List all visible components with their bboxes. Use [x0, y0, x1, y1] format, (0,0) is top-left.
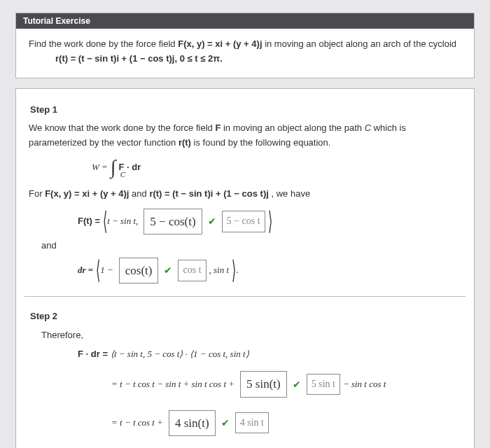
dr-first: 1 −: [100, 263, 113, 278]
tutorial-prompt: Find the work done by the force field F(…: [29, 37, 461, 52]
for-b: and: [132, 188, 149, 199]
l2-answer-box[interactable]: 5 sin(t): [240, 371, 287, 397]
work-equation: W = ∫C F · dr: [92, 158, 461, 177]
s1C: C: [365, 122, 371, 133]
dr-tail: , sin t: [209, 263, 230, 278]
angle-close-icon: ⟩: [232, 260, 236, 281]
dr-lhs: dr =: [78, 263, 93, 278]
l3-hint-box: 4 sin t: [235, 412, 269, 433]
prompt-a: Find the work done by the force field: [29, 38, 178, 49]
tutorial-panel: Tutorial Exercise Find the work done by …: [15, 13, 475, 78]
angle-open-icon: ⟨: [103, 211, 107, 232]
separator: [24, 296, 465, 297]
l3-pre: = t − t cos t +: [111, 416, 163, 430]
for-r: r(t) = (t − sin t)i + (1 − cos t)j: [149, 188, 268, 199]
check-icon: ✔: [293, 377, 301, 392]
fdr-rhs: ⟨t − sin t, 5 − cos t⟩ · ⟨1 − cos t, sin…: [111, 347, 249, 362]
s1r: r(t): [178, 137, 191, 148]
steps-body: Step 1 We know that the work done by the…: [16, 89, 474, 448]
step1-intro: We know that the work done by the force …: [29, 121, 461, 150]
for-a: For: [29, 188, 45, 199]
s1d: is found by the following equation.: [194, 137, 331, 148]
fdr-line2: = t − t cos t − sin t + sin t cos t + 5 …: [111, 371, 461, 397]
l2-post: − sin t cos t: [343, 377, 386, 392]
prompt-f: F(x, y) = xi + (y + 4)j: [178, 38, 262, 49]
check-icon: ✔: [221, 415, 230, 430]
l2-pre: = t − t cos t − sin t + sin t cos t +: [111, 377, 234, 392]
for-F: F(x, y) = xi + (y + 4)j: [45, 188, 129, 199]
l3-answer-box[interactable]: 4 sin(t): [169, 410, 216, 436]
Ft-answer-box[interactable]: 5 − cos(t): [144, 209, 202, 234]
check-icon: ✔: [208, 214, 216, 229]
fdr-lhs: F · dr =: [78, 347, 108, 362]
sub-c: C: [120, 171, 125, 178]
s1b: in moving an object along the path: [223, 122, 365, 133]
check-icon: ✔: [164, 262, 172, 278]
angle-open-icon: ⟨: [96, 260, 100, 281]
s1F: F: [215, 122, 220, 133]
dr-answer-box[interactable]: cos(t): [119, 258, 159, 284]
Ft-lhs: F(t) =: [78, 214, 100, 229]
step2-title: Step 2: [30, 309, 461, 324]
fdr-line1: F · dr = ⟨t − sin t, 5 − cos t⟩ · ⟨1 − c…: [78, 347, 461, 362]
eq-W: W =: [92, 160, 108, 175]
for-line: For F(x, y) = xi + (y + 4)j and r(t) = (…: [29, 187, 461, 202]
for-c: , we have: [271, 188, 310, 199]
Ft-first: t − sin t,: [107, 214, 138, 229]
integral-icon: ∫C: [111, 158, 116, 177]
tutorial-body: Find the work done by the force field F(…: [16, 29, 474, 78]
l2-hint-box: 5 sin t: [307, 374, 340, 395]
Ft-hint-box: 5 − cos t: [222, 211, 265, 232]
steps-panel: Step 1 We know that the work done by the…: [15, 88, 475, 448]
s1a: We know that the work done by the force …: [29, 122, 215, 133]
and-label: and: [41, 239, 461, 253]
dr-hint-box: cos t: [178, 260, 206, 281]
step1-title: Step 1: [30, 103, 461, 118]
dr-line: dr = ⟨ 1 − cos(t) ✔ cos t , sin t ⟩.: [78, 258, 461, 284]
r-line: r(t) = (t − sin t)i + (1 − cos t)j, 0 ≤ …: [55, 52, 461, 66]
therefore: Therefore,: [41, 328, 461, 343]
tutorial-header: Tutorial Exercise: [16, 13, 474, 29]
prompt-b: in moving an object along an arch of the…: [265, 38, 456, 49]
fdr-line3: = t − t cos t + 4 sin(t) ✔ 4 sin t: [111, 410, 461, 436]
Ft-line: F(t) = ⟨ t − sin t, 5 − cos(t) ✔ 5 − cos…: [78, 209, 461, 234]
angle-close-icon: ⟩: [267, 211, 272, 232]
r-def: r(t) = (t − sin t)i + (1 − cos t)j, 0 ≤ …: [55, 53, 223, 64]
